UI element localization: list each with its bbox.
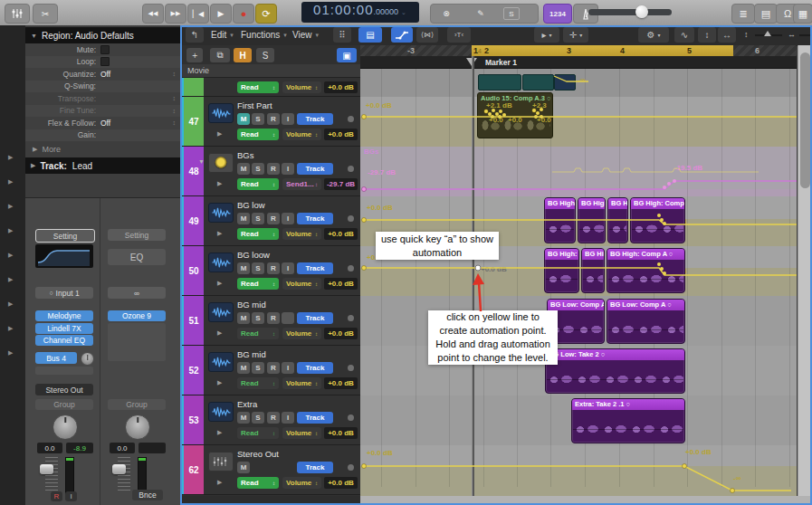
- record-dot[interactable]: [348, 265, 354, 272]
- horizontal-zoom-slider[interactable]: [799, 34, 812, 36]
- automation-mode-button[interactable]: Read↕: [237, 328, 279, 339]
- record-enable-button[interactable]: R: [267, 362, 280, 374]
- automation-mode-button[interactable]: Read↕: [237, 477, 279, 489]
- automation-disclosure-icon[interactable]: ▶: [217, 230, 222, 237]
- solo-button[interactable]: S: [252, 412, 264, 424]
- inspector-row-flexfollow[interactable]: Flex & Follow:Off↕: [25, 117, 181, 129]
- fader-cap[interactable]: [112, 464, 126, 474]
- inspector-row-quantize[interactable]: Quantize:Off↕: [25, 68, 181, 81]
- track-inspector-header[interactable]: ▶ Track: Lead: [25, 157, 181, 174]
- disclosure-triangle-icon[interactable]: ▶: [8, 227, 13, 234]
- record-enable-button[interactable]: R: [267, 312, 280, 324]
- disclosure-triangle-icon[interactable]: ▶: [8, 178, 13, 186]
- stepper-icon[interactable]: ↕: [173, 119, 177, 126]
- duplicate-track-button[interactable]: ⧉: [210, 48, 230, 62]
- mute-button[interactable]: M: [237, 213, 250, 224]
- track-alternative-button[interactable]: Track: [297, 163, 333, 175]
- audio-region[interactable]: BG High: Comp A.: [630, 197, 685, 243]
- pan-value[interactable]: 0.0: [37, 443, 62, 453]
- disclosure-triangle-icon[interactable]: ▶: [8, 349, 13, 357]
- audio-region[interactable]: [522, 74, 554, 91]
- audio-region[interactable]: [478, 74, 521, 91]
- mute-button[interactable]: M: [237, 462, 250, 473]
- slider-thumb[interactable]: [764, 31, 771, 36]
- track-row[interactable]: 47 First Part M S R I Track ▶ Read↕ Volu…: [181, 97, 360, 147]
- audio-region[interactable]: BG High: [578, 197, 606, 243]
- disclosure-triangle-icon[interactable]: ▶: [8, 300, 13, 308]
- region-inspector-header[interactable]: ▼ Region: Audio Defaults: [25, 27, 181, 43]
- track-row[interactable]: 62 Stereo Out M Track ▶ Read↕ Volume↕ +0…: [181, 445, 360, 495]
- automation-value[interactable]: -29.7 dB: [324, 178, 358, 190]
- plugin-slot[interactable]: Channel EQ: [35, 335, 93, 346]
- mute-button[interactable]: M: [237, 262, 250, 274]
- automation-value[interactable]: +0.0 dB: [324, 228, 358, 240]
- automation-param-button[interactable]: Volume↕: [282, 328, 321, 339]
- vertical-zoom-slider[interactable]: [755, 34, 782, 36]
- fader-cap[interactable]: [40, 464, 53, 474]
- automation-disclosure-icon[interactable]: ▶: [217, 329, 222, 337]
- inspector-more-row[interactable]: ▶ More: [25, 143, 181, 156]
- movie-track-row[interactable]: Movie: [181, 64, 360, 78]
- loop-checkbox[interactable]: [100, 57, 110, 66]
- functions-menu[interactable]: Functions▾: [241, 28, 287, 42]
- solo-tracks-button[interactable]: S: [256, 48, 274, 62]
- audio-region[interactable]: BG Hi: [607, 197, 628, 243]
- record-button[interactable]: ●: [233, 4, 254, 24]
- audio-region[interactable]: BG Low: Comp A ○: [607, 299, 685, 344]
- lcd-time-display[interactable]: 01:00:00.00000 ⌄: [301, 2, 419, 23]
- track-row[interactable]: 48 ▼ BGs M S R I Track ▶ Read↕ Send1...↕…: [181, 147, 360, 196]
- audio-region[interactable]: BG High:: [544, 197, 576, 243]
- track-alternative-button[interactable]: Track: [297, 462, 333, 473]
- automation-value[interactable]: +0.0 dB: [324, 278, 358, 290]
- automation-points[interactable]: [532, 109, 536, 112]
- audio-region[interactable]: BG High:: [544, 248, 579, 293]
- track-alternative-button[interactable]: Track: [297, 113, 333, 125]
- take-loop-icon[interactable]: ○: [547, 94, 551, 102]
- automation-value[interactable]: +0.0 dB: [324, 377, 358, 389]
- track-alternative-button[interactable]: Track: [297, 412, 333, 424]
- volume-value[interactable]: [139, 443, 166, 453]
- automation-mode-button[interactable]: Read↕: [237, 81, 279, 93]
- input-slot[interactable]: ○Input 1: [35, 287, 93, 299]
- track-row-partial[interactable]: Read↕ Volume↕ +0.0 dB: [181, 78, 360, 97]
- track-row[interactable]: 49 BG low M S R I Track ▶ Read↕ Volume↕ …: [181, 196, 360, 246]
- automation-mode-button[interactable]: Read↕: [237, 278, 279, 290]
- disclosure-triangle-icon[interactable]: ▶: [8, 276, 13, 283]
- rewind-button[interactable]: ◀◀: [142, 4, 164, 24]
- automation-param-button[interactable]: Volume↕: [282, 427, 321, 439]
- record-enable-button[interactable]: R: [267, 113, 280, 125]
- waveform-zoom-icon[interactable]: ∿: [674, 27, 694, 43]
- record-dot[interactable]: [348, 464, 354, 471]
- record-enable-button[interactable]: R: [267, 163, 280, 175]
- volume-slider-thumb[interactable]: [635, 5, 648, 18]
- stack-disclosure-icon[interactable]: ▼: [198, 158, 205, 165]
- record-dot[interactable]: [348, 315, 354, 321]
- automation-param-button[interactable]: Send1...↕: [282, 178, 321, 190]
- pointer-tool-menu[interactable]: ▸▾: [534, 27, 559, 43]
- hide-tracks-button[interactable]: H: [234, 48, 252, 62]
- automation-value[interactable]: +0.0 dB: [324, 477, 358, 489]
- solo-button[interactable]: S: [252, 362, 264, 374]
- automation-disclosure-icon[interactable]: ▶: [217, 379, 222, 386]
- output-slot[interactable]: Stereo Out: [35, 384, 93, 395]
- input-monitor-button[interactable]: I: [282, 412, 294, 424]
- pan-value[interactable]: 0.0: [110, 443, 135, 453]
- master-volume-slider[interactable]: [588, 9, 672, 15]
- record-dot[interactable]: [348, 166, 354, 172]
- format-button[interactable]: ∞: [108, 287, 166, 299]
- automation-value[interactable]: +0.0 dB: [324, 427, 358, 439]
- mute-button[interactable]: M: [237, 362, 250, 374]
- track-alternative-button[interactable]: Track: [297, 262, 333, 274]
- view-menu[interactable]: View▾: [292, 28, 319, 42]
- record-enable-button[interactable]: R: [267, 213, 280, 224]
- input-monitor-button[interactable]: [282, 312, 294, 324]
- audio-region[interactable]: BG Low: Take 2 ○: [545, 348, 685, 394]
- secondary-tool-menu[interactable]: ✛▾: [563, 27, 588, 43]
- horizontal-zoom-icon[interactable]: ↔: [718, 27, 736, 43]
- solo-button[interactable]: S: [252, 113, 264, 125]
- audio-region[interactable]: [554, 74, 576, 91]
- automation-param-button[interactable]: Volume↕: [282, 81, 321, 93]
- mute-button[interactable]: M: [237, 312, 250, 324]
- arrange-area[interactable]: -3 1 4 2 3 4 5 6 Marker 1 -∞ +0.0 dB BGs…: [360, 45, 797, 496]
- track-alternative-button[interactable]: Track: [297, 362, 333, 374]
